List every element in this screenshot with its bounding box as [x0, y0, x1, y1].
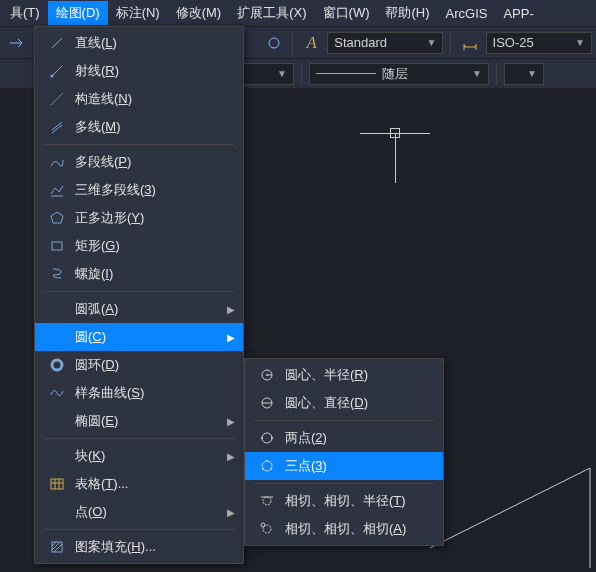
menu-D[interactable]: 绘图(D)	[48, 1, 108, 25]
menu-item-label: 螺旋(I)	[71, 265, 223, 283]
svg-point-3	[51, 75, 54, 78]
draw-menu-item[interactable]: 多段线(P)	[35, 148, 243, 176]
menu-item-label: 椭圆(E)	[71, 412, 223, 430]
svg-point-21	[266, 374, 268, 376]
draw-menu-item[interactable]: 正多边形(Y)	[35, 204, 243, 232]
menu-separator	[43, 144, 235, 145]
draw-menu-item[interactable]: 多线(M)	[35, 113, 243, 141]
menu-separator	[253, 483, 435, 484]
menu-item-label: 样条曲线(S)	[71, 384, 223, 402]
menu-T[interactable]: 具(T)	[2, 1, 48, 25]
dim-style-combo[interactable]: ISO-25 ▼	[486, 32, 592, 54]
3dpoly-icon	[43, 182, 71, 198]
circle-submenu-item[interactable]: 相切、相切、相切(A)	[245, 515, 443, 543]
draw-menu-item[interactable]: 表格(T)...	[35, 470, 243, 498]
tool-button[interactable]	[262, 31, 285, 55]
rect-icon	[43, 238, 71, 254]
draw-menu-item[interactable]: 样条曲线(S)	[35, 379, 243, 407]
circle-3p-icon	[253, 458, 281, 474]
linetype-combo[interactable]: 随层 ▼	[309, 63, 489, 85]
donut-icon	[43, 357, 71, 373]
menu-item-label: 构造线(N)	[71, 90, 223, 108]
draw-menu-item[interactable]: 椭圆(E)▶	[35, 407, 243, 435]
svg-line-2	[52, 66, 62, 76]
draw-menu-item[interactable]: 螺旋(I)	[35, 260, 243, 288]
menu-item-label: 圆心、直径(D)	[281, 394, 423, 412]
chevron-down-icon: ▼	[472, 68, 482, 79]
menu-item-label: 多线(M)	[71, 118, 223, 136]
line-preview	[316, 73, 376, 74]
line-icon	[43, 35, 71, 51]
svg-point-24	[262, 433, 272, 443]
dim-style-icon	[458, 31, 481, 55]
circle-submenu-item[interactable]: 两点(2)	[245, 424, 443, 452]
chevron-down-icon: ▼	[277, 68, 287, 79]
menu-item-label: 正多边形(Y)	[71, 209, 223, 227]
svg-line-18	[54, 544, 62, 552]
svg-point-29	[262, 468, 264, 470]
circle-cr-icon	[253, 367, 281, 383]
xline-icon	[43, 91, 71, 107]
separator	[450, 32, 451, 54]
separator	[496, 63, 497, 85]
draw-menu-item[interactable]: 块(K)▶	[35, 442, 243, 470]
chevron-down-icon: ▼	[427, 37, 437, 48]
circle-submenu-item[interactable]: 圆心、直径(D)	[245, 389, 443, 417]
svg-marker-8	[51, 212, 63, 223]
draw-menu-item[interactable]: 圆(C)▶	[35, 323, 243, 351]
submenu-arrow-icon: ▶	[227, 451, 235, 462]
menu-X[interactable]: 扩展工具(X)	[229, 1, 314, 25]
chevron-down-icon: ▼	[575, 37, 585, 48]
draw-menu-item[interactable]: 矩形(G)	[35, 232, 243, 260]
svg-line-16	[52, 542, 56, 546]
lineweight-combo[interactable]: ▼	[504, 63, 544, 85]
helix-icon	[43, 266, 71, 282]
menu-item-label: 直线(L)	[71, 34, 223, 52]
menu-item-label: 三维多段线(3)	[71, 181, 223, 199]
polygon-icon	[43, 210, 71, 226]
svg-rect-11	[51, 479, 63, 489]
menu-ArcGIS[interactable]: ArcGIS	[438, 3, 496, 24]
menu-APP-[interactable]: APP-	[495, 3, 541, 24]
svg-point-28	[266, 460, 268, 462]
svg-point-0	[269, 38, 279, 48]
menu-M[interactable]: 修改(M)	[168, 1, 230, 25]
dim-style-value: ISO-25	[493, 35, 534, 50]
text-style-combo[interactable]: Standard ▼	[327, 32, 443, 54]
svg-rect-15	[52, 542, 62, 552]
draw-menu-item[interactable]: 圆环(D)	[35, 351, 243, 379]
draw-menu-item[interactable]: 三维多段线(3)	[35, 176, 243, 204]
svg-point-30	[270, 468, 272, 470]
submenu-arrow-icon: ▶	[227, 507, 235, 518]
menu-item-label: 块(K)	[71, 447, 223, 465]
circle-submenu-item[interactable]: 三点(3)	[245, 452, 443, 480]
menu-separator	[253, 420, 435, 421]
menu-H[interactable]: 帮助(H)	[377, 1, 437, 25]
spline-icon	[43, 385, 71, 401]
draw-menu-item[interactable]: 图案填充(H)...	[35, 533, 243, 561]
menu-separator	[43, 291, 235, 292]
draw-menu-item[interactable]: 构造线(N)	[35, 85, 243, 113]
draw-menu-item[interactable]: 点(O)▶	[35, 498, 243, 526]
linetype-value: 随层	[382, 65, 408, 83]
menu-W[interactable]: 窗口(W)	[315, 1, 378, 25]
svg-point-10	[52, 360, 62, 370]
circle-2p-icon	[253, 430, 281, 446]
draw-menu-item[interactable]: 直线(L)	[35, 29, 243, 57]
draw-menu-item[interactable]: 圆弧(A)▶	[35, 295, 243, 323]
svg-line-17	[52, 542, 60, 550]
text-style-icon: A	[300, 31, 323, 55]
menu-item-label: 两点(2)	[281, 429, 423, 447]
svg-point-25	[261, 437, 263, 439]
circle-submenu-item[interactable]: 圆心、半径(R)	[245, 361, 443, 389]
circle-submenu-item[interactable]: 相切、相切、半径(T)	[245, 487, 443, 515]
menu-N[interactable]: 标注(N)	[108, 1, 168, 25]
svg-point-26	[271, 437, 273, 439]
tool-button[interactable]	[4, 31, 27, 55]
svg-point-31	[263, 497, 271, 505]
svg-line-1	[52, 38, 62, 48]
draw-menu-item[interactable]: 射线(R)	[35, 57, 243, 85]
chevron-down-icon: ▼	[527, 68, 537, 79]
menu-item-label: 图案填充(H)...	[71, 538, 223, 556]
menu-item-label: 相切、相切、半径(T)	[281, 492, 423, 510]
